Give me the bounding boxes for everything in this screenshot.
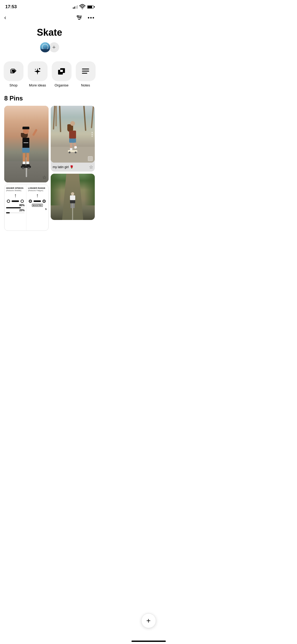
nav-right-actions: ••• bbox=[76, 15, 95, 21]
info-col1-sub: (Reduces Wobble) bbox=[6, 190, 25, 191]
notes-action[interactable]: Notes bbox=[76, 61, 96, 87]
board-collaborators[interactable]: + bbox=[5, 42, 94, 53]
pin-bookmark-icon[interactable]: ☆ bbox=[42, 174, 46, 180]
pin-column-right: my latin girl 🌹 ☆ bbox=[51, 106, 95, 231]
pins-section: 8 Pins bbox=[0, 89, 99, 234]
pin-road-card[interactable] bbox=[51, 174, 95, 220]
pin-info-card[interactable]: HIGHER SPEEDS (Reduces Wobble) ↑ 80% 20% bbox=[4, 185, 49, 231]
info-higher-speeds: HIGHER SPEEDS bbox=[6, 187, 25, 190]
svg-point-8 bbox=[35, 69, 36, 70]
info-20-percent: 20% bbox=[6, 209, 25, 212]
info-longer-range: LONGER RANGE bbox=[28, 187, 46, 190]
notes-icon-container bbox=[76, 61, 96, 81]
notes-icon bbox=[82, 68, 89, 75]
board-header: Skate + bbox=[0, 24, 99, 57]
pin-grid: ☆ HIGHER SPEEDS (Reduces Wobble) ↑ 80 bbox=[4, 106, 95, 231]
organise-label: Organise bbox=[55, 83, 69, 87]
pin-label-row: my latin girl 🌹 ☆ bbox=[51, 163, 95, 172]
shop-icon-container bbox=[4, 61, 23, 81]
pin-label: my latin girl 🌹 bbox=[53, 165, 74, 169]
avatar-user[interactable] bbox=[40, 42, 51, 53]
more-ideas-action[interactable]: More ideas bbox=[28, 61, 48, 87]
pin-card[interactable]: ☆ bbox=[4, 106, 49, 182]
board-title: Skate bbox=[5, 27, 94, 38]
nav-bar: ‹ ••• bbox=[0, 12, 99, 24]
action-buttons: Shop More ideas Organise bbox=[0, 57, 99, 89]
shop-action[interactable]: Shop bbox=[4, 61, 23, 87]
more-ideas-icon-container bbox=[28, 61, 48, 81]
more-ideas-label: More ideas bbox=[29, 83, 46, 87]
svg-point-4 bbox=[77, 16, 78, 17]
more-options-button[interactable]: ••• bbox=[88, 15, 95, 21]
filter-icon[interactable] bbox=[76, 15, 82, 21]
svg-rect-12 bbox=[60, 70, 63, 72]
signal-icon bbox=[73, 5, 78, 9]
organise-icon bbox=[57, 67, 66, 76]
svg-point-7 bbox=[39, 68, 40, 69]
notes-label: Notes bbox=[81, 83, 90, 87]
organise-icon-container bbox=[52, 61, 72, 81]
tag-icon bbox=[9, 67, 18, 76]
pins-count: 8 Pins bbox=[4, 95, 95, 102]
status-time: 17:53 bbox=[5, 4, 17, 10]
svg-point-0 bbox=[82, 8, 83, 9]
organise-action[interactable]: Organise bbox=[52, 61, 72, 87]
pin-bookmark-star[interactable]: ☆ bbox=[89, 164, 93, 170]
back-button[interactable]: ‹ bbox=[4, 14, 6, 21]
svg-point-6 bbox=[12, 72, 13, 72]
svg-point-5 bbox=[80, 17, 81, 18]
pin-column-left: ☆ HIGHER SPEEDS (Reduces Wobble) ↑ 80 bbox=[4, 106, 49, 231]
sparkle-icon bbox=[34, 67, 41, 75]
info-col2-sub: (Reduces Fatigue) bbox=[28, 190, 46, 191]
status-bar: 17:53 bbox=[0, 0, 99, 12]
battery-icon bbox=[87, 5, 94, 9]
info-80-percent: 80% bbox=[6, 204, 25, 207]
shop-label: Shop bbox=[10, 83, 17, 87]
status-icons bbox=[73, 4, 94, 10]
pin-card-latin-girl[interactable]: my latin girl 🌹 ☆ bbox=[51, 106, 95, 172]
wifi-icon bbox=[79, 4, 86, 10]
